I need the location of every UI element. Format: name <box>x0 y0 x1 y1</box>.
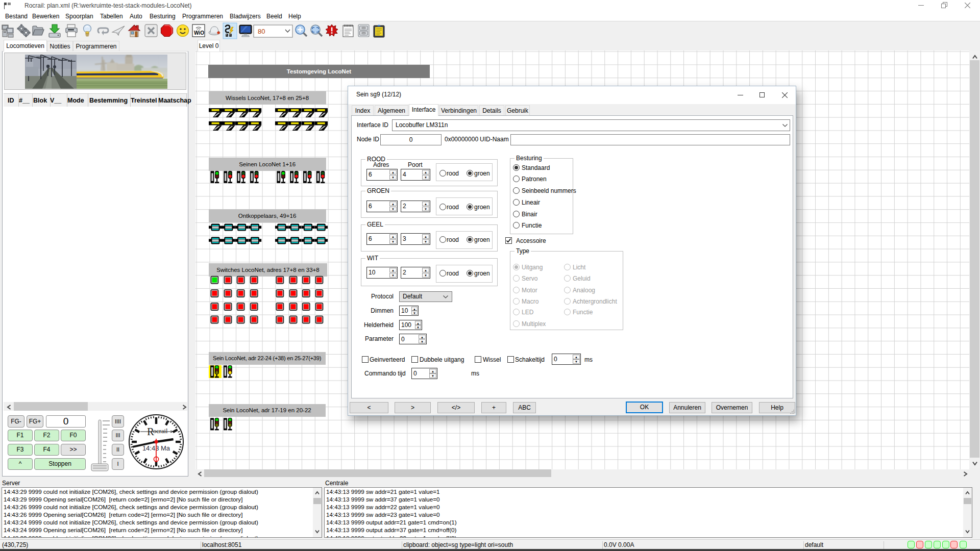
svg-text:ocrail: ocrail <box>153 428 168 435</box>
svg-text:WiO: WiO <box>194 30 204 36</box>
svg-text:80: 80 <box>258 28 265 35</box>
